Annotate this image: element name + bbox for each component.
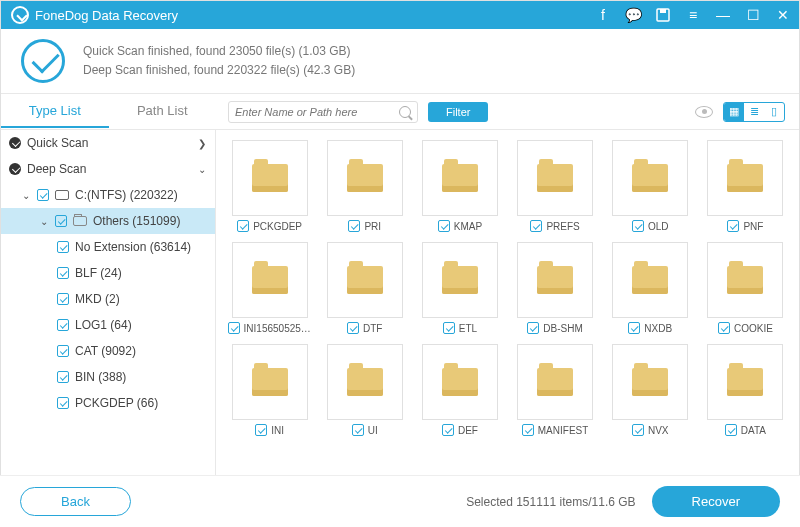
- folder-thumbnail[interactable]: [422, 344, 498, 420]
- folder-icon: [727, 266, 763, 294]
- folder-thumbnail[interactable]: [327, 140, 403, 216]
- folder-thumbnail[interactable]: [707, 242, 783, 318]
- checkbox[interactable]: [237, 220, 249, 232]
- sidebar-others[interactable]: ⌄ Others (151099): [1, 208, 215, 234]
- checkbox[interactable]: [57, 319, 69, 331]
- folder-cell[interactable]: COOKIE: [702, 242, 789, 334]
- checkbox[interactable]: [522, 424, 534, 436]
- checkbox[interactable]: [628, 322, 640, 334]
- save-icon[interactable]: [655, 7, 671, 23]
- checkbox[interactable]: [348, 220, 360, 232]
- recover-button[interactable]: Recover: [652, 486, 780, 517]
- folder-cell[interactable]: PNF: [702, 140, 789, 232]
- checkbox[interactable]: [443, 322, 455, 334]
- folder-cell[interactable]: PRI: [321, 140, 408, 232]
- checkbox[interactable]: [57, 345, 69, 357]
- folder-cell[interactable]: NXDB: [607, 242, 694, 334]
- sidebar-item[interactable]: CAT (9092): [1, 338, 215, 364]
- folder-thumbnail[interactable]: [232, 140, 308, 216]
- folder-cell[interactable]: UI: [321, 344, 408, 436]
- feedback-icon[interactable]: 💬: [625, 7, 641, 23]
- tab-type-list[interactable]: Type List: [1, 95, 109, 128]
- menu-icon[interactable]: ≡: [685, 7, 701, 23]
- folder-thumbnail[interactable]: [517, 242, 593, 318]
- filter-button[interactable]: Filter: [428, 102, 488, 122]
- checkbox[interactable]: [57, 293, 69, 305]
- back-button[interactable]: Back: [20, 487, 131, 516]
- checkbox[interactable]: [57, 241, 69, 253]
- checkbox[interactable]: [632, 220, 644, 232]
- folder-thumbnail[interactable]: [707, 344, 783, 420]
- sidebar-item[interactable]: BIN (388): [1, 364, 215, 390]
- folder-thumbnail[interactable]: [612, 242, 688, 318]
- checkbox[interactable]: [527, 322, 539, 334]
- checkbox[interactable]: [55, 215, 67, 227]
- checkbox[interactable]: [442, 424, 454, 436]
- folder-thumbnail[interactable]: [707, 140, 783, 216]
- folder-thumbnail[interactable]: [517, 344, 593, 420]
- checkbox[interactable]: [352, 424, 364, 436]
- chevron-down-icon[interactable]: ⌄: [39, 216, 49, 227]
- folder-thumbnail[interactable]: [517, 140, 593, 216]
- sidebar-drive[interactable]: ⌄ C:(NTFS) (220322): [1, 182, 215, 208]
- folder-thumbnail[interactable]: [612, 344, 688, 420]
- grid-view-button[interactable]: ▦: [724, 103, 744, 121]
- search-icon[interactable]: [399, 106, 411, 118]
- checkbox[interactable]: [632, 424, 644, 436]
- minimize-icon[interactable]: —: [715, 7, 731, 23]
- folder-cell[interactable]: MANIFEST: [511, 344, 598, 436]
- chevron-down-icon[interactable]: ⌄: [197, 164, 207, 175]
- sidebar-item[interactable]: No Extension (63614): [1, 234, 215, 260]
- folder-thumbnail[interactable]: [327, 242, 403, 318]
- maximize-icon[interactable]: ☐: [745, 7, 761, 23]
- tab-path-list[interactable]: Path List: [109, 95, 217, 128]
- checkbox[interactable]: [57, 267, 69, 279]
- sidebar-item[interactable]: LOG1 (64): [1, 312, 215, 338]
- checkbox[interactable]: [57, 397, 69, 409]
- checkbox[interactable]: [347, 322, 359, 334]
- folder-cell[interactable]: PCKGDEP: [226, 140, 313, 232]
- close-icon[interactable]: ✕: [775, 7, 791, 23]
- list-view-button[interactable]: ≣: [744, 103, 764, 121]
- folder-cell[interactable]: PREFS: [511, 140, 598, 232]
- folder-cell[interactable]: DTF: [321, 242, 408, 334]
- folder-cell[interactable]: INI: [226, 344, 313, 436]
- checkbox[interactable]: [37, 189, 49, 201]
- folder-cell[interactable]: KMAP: [416, 140, 503, 232]
- checkbox[interactable]: [228, 322, 240, 334]
- folder-thumbnail[interactable]: [422, 242, 498, 318]
- checkbox[interactable]: [57, 371, 69, 383]
- folder-cell[interactable]: INI1565052569: [226, 242, 313, 334]
- check-dot-icon: [9, 163, 21, 175]
- folder-cell[interactable]: DB-SHM: [511, 242, 598, 334]
- sidebar-item[interactable]: BLF (24): [1, 260, 215, 286]
- sidebar-quick-scan[interactable]: Quick Scan ❯: [1, 130, 215, 156]
- sidebar-deep-scan[interactable]: Deep Scan ⌄: [1, 156, 215, 182]
- chevron-right-icon[interactable]: ❯: [197, 138, 207, 149]
- facebook-icon[interactable]: f: [595, 7, 611, 23]
- detail-view-button[interactable]: ▯: [764, 103, 784, 121]
- folder-thumbnail[interactable]: [232, 242, 308, 318]
- folder-cell[interactable]: OLD: [607, 140, 694, 232]
- folder-cell[interactable]: DEF: [416, 344, 503, 436]
- folder-name: DATA: [741, 425, 766, 436]
- checkbox[interactable]: [727, 220, 739, 232]
- sidebar-item[interactable]: PCKGDEP (66): [1, 390, 215, 416]
- folder-thumbnail[interactable]: [612, 140, 688, 216]
- checkbox[interactable]: [530, 220, 542, 232]
- folder-cell[interactable]: ETL: [416, 242, 503, 334]
- checkbox[interactable]: [725, 424, 737, 436]
- folder-cell[interactable]: NVX: [607, 344, 694, 436]
- sidebar-item[interactable]: MKD (2): [1, 286, 215, 312]
- folder-thumbnail[interactable]: [422, 140, 498, 216]
- folder-thumbnail[interactable]: [232, 344, 308, 420]
- search-box[interactable]: [228, 101, 418, 123]
- checkbox[interactable]: [255, 424, 267, 436]
- checkbox[interactable]: [438, 220, 450, 232]
- folder-thumbnail[interactable]: [327, 344, 403, 420]
- checkbox[interactable]: [718, 322, 730, 334]
- chevron-down-icon[interactable]: ⌄: [21, 190, 31, 201]
- preview-icon[interactable]: [695, 106, 713, 118]
- search-input[interactable]: [235, 106, 399, 118]
- folder-cell[interactable]: DATA: [702, 344, 789, 436]
